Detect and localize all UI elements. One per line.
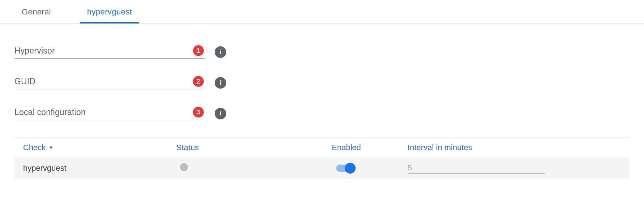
info-icon[interactable]: i [215,46,226,58]
table-row: hypervguest [14,157,630,179]
guid-input[interactable]: GUID 2 [14,76,205,89]
annotation-badge-2: 2 [193,76,204,87]
tab-content: Hypervisor 1 i GUID 2 i Local configurat… [0,24,644,179]
hypervisor-input[interactable]: Hypervisor 1 [14,45,205,59]
annotation-badge-3: 3 [193,107,204,118]
checks-table: Check ▼ Status Enabled Interval in minut… [14,137,630,179]
cell-enabled [332,165,408,172]
field-row-guid: GUID 2 i [14,76,630,89]
column-header-status[interactable]: Status [176,143,332,152]
local-configuration-input[interactable]: Local configuration 3 [14,107,205,120]
interval-input[interactable] [408,162,545,174]
field-row-local-configuration: Local configuration 3 i [14,107,630,120]
annotation-badge-1: 1 [193,45,204,56]
status-dot-icon [180,163,188,171]
tabs: General hypervguest [0,0,644,24]
column-header-check-label: Check [23,143,46,152]
cell-status [176,163,332,173]
cell-interval [408,162,630,174]
enabled-toggle[interactable] [336,165,355,172]
info-icon[interactable]: i [215,77,226,89]
tab-general[interactable]: General [14,0,58,23]
local-configuration-label: Local configuration [14,107,86,117]
table-header: Check ▼ Status Enabled Interval in minut… [14,138,630,157]
field-row-hypervisor: Hypervisor 1 i [14,45,630,59]
tab-hypervguest[interactable]: hypervguest [80,0,139,23]
column-header-interval[interactable]: Interval in minutes [408,143,630,152]
sort-caret-down-icon: ▼ [48,145,53,150]
column-header-check[interactable]: Check ▼ [23,143,176,152]
cell-check: hypervguest [23,164,176,173]
hypervisor-label: Hypervisor [14,46,55,56]
guid-label: GUID [14,77,35,86]
toggle-knob [345,163,356,174]
column-header-enabled[interactable]: Enabled [332,143,408,152]
info-icon[interactable]: i [215,108,226,119]
